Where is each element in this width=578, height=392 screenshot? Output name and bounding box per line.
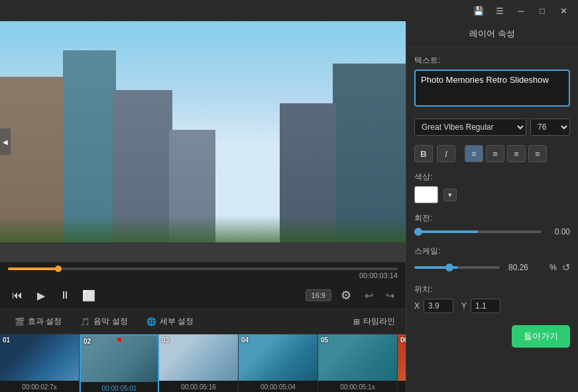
- align-buttons: ≡ ≡ ≡ ≡: [465, 145, 547, 162]
- text-section: 텍스트:: [414, 55, 570, 109]
- detail-icon: 🌐: [146, 317, 156, 326]
- pause-button[interactable]: ⏸: [56, 286, 74, 305]
- play-button[interactable]: ▶: [32, 286, 50, 305]
- maximize-button[interactable]: □: [533, 3, 551, 18]
- align-center-button[interactable]: ≡: [486, 145, 504, 162]
- scale-unit: %: [534, 263, 557, 272]
- italic-button[interactable]: I: [437, 145, 455, 162]
- font-select[interactable]: Great Vibes Regular: [414, 119, 526, 136]
- rotation-slider[interactable]: [414, 230, 542, 233]
- music-button[interactable]: 🎵 음악 설정: [71, 309, 137, 334]
- format-row: B I ≡ ≡ ≡ ≡: [414, 145, 570, 162]
- timeline-item-6[interactable]: 0600:00:04:24: [398, 334, 406, 392]
- timeline-icon: ⊞: [353, 317, 360, 326]
- menu-button[interactable]: ☰: [491, 3, 509, 18]
- rotation-label: 회전:: [414, 213, 570, 224]
- text-input[interactable]: [414, 70, 570, 107]
- toolbar: 🎬 효과 설정 🎵 음악 설정 🌐 세부 설정 ⊞ 타임라인: [0, 309, 406, 334]
- save-button[interactable]: 💾: [469, 3, 488, 18]
- music-icon: 🎵: [80, 317, 90, 326]
- align-justify-button[interactable]: ≡: [528, 145, 547, 162]
- red-indicator: [117, 338, 121, 342]
- effects-button[interactable]: 🎬 효과 설정: [5, 309, 71, 334]
- aspect-ratio: 16:9: [306, 289, 331, 301]
- pos-y-field: Y: [461, 299, 500, 313]
- effects-icon: 🎬: [15, 317, 25, 326]
- font-row: Great Vibes Regular 76: [414, 119, 570, 136]
- font-section: Great Vibes Regular 76: [414, 119, 570, 136]
- progress-thumb[interactable]: [55, 266, 62, 272]
- pos-x-input[interactable]: [424, 299, 453, 313]
- video-preview: ◀: [0, 21, 406, 262]
- timeline-time-6: 00:00:04:24: [398, 381, 406, 392]
- rotation-row: 0.00: [414, 227, 570, 236]
- timeline-item-2[interactable]: 0200:00:05:01: [80, 334, 159, 392]
- timeline-num-4: 04: [241, 336, 249, 344]
- right-panel: 레이어 속성 텍스트: Great Vibes Regular 76: [406, 21, 578, 392]
- timeline-time-2: 00:00:05:01: [81, 382, 158, 392]
- scale-value: 80.26: [505, 263, 528, 272]
- progress-bar[interactable]: [8, 268, 398, 270]
- timeline-num-1: 01: [3, 336, 10, 344]
- timeline-time-4: 00:00:05:04: [239, 381, 318, 392]
- scale-section: 스케일: 80.26 % ↺: [414, 246, 570, 275]
- timeline-time-1: 00:00:02:7x: [0, 381, 79, 392]
- time-display: 00:00:03:14: [8, 271, 398, 279]
- color-dropdown-button[interactable]: ▾: [443, 189, 457, 201]
- scale-label: 스케일:: [414, 246, 570, 257]
- align-right-button[interactable]: ≡: [507, 145, 526, 162]
- settings-button[interactable]: ⚙: [337, 286, 355, 305]
- timeline-num-2: 02: [84, 338, 91, 345]
- timeline-item-3[interactable]: 0300:00:05:16: [159, 334, 239, 392]
- close-button[interactable]: ✕: [554, 3, 573, 18]
- title-bar: 💾 ☰ ─ □ ✕: [0, 0, 578, 21]
- position-row: X Y: [414, 299, 570, 313]
- controls-bar: ⏮ ▶ ⏸ ⬜ 16:9 ⚙ ↩ ↪: [0, 282, 406, 309]
- rotation-value: 0.00: [547, 227, 570, 236]
- scale-slider[interactable]: [414, 266, 500, 269]
- position-section: 위치: X Y: [414, 284, 570, 313]
- align-left-button[interactable]: ≡: [465, 145, 483, 162]
- timeline-button[interactable]: ⊞ 타임라인: [348, 316, 400, 327]
- color-section: 색상: ▾: [414, 172, 570, 203]
- timeline-time-5: 00:00:05:1x: [318, 381, 397, 392]
- scale-row: 80.26 % ↺: [414, 260, 570, 275]
- pos-y-input[interactable]: [471, 299, 500, 313]
- back-button[interactable]: 돌아가기: [512, 325, 570, 348]
- timeline-num-3: 03: [162, 336, 169, 344]
- undo-button[interactable]: ↩: [361, 287, 376, 303]
- pos-y-label: Y: [461, 301, 467, 311]
- timeline-strip: 0100:00:02:7x0200:00:05:010300:00:05:160…: [0, 334, 406, 392]
- rotation-section: 회전: 0.00: [414, 213, 570, 236]
- color-label: 색상:: [414, 172, 570, 183]
- position-label: 위치:: [414, 284, 570, 295]
- color-swatch[interactable]: [414, 186, 438, 203]
- rewind-button[interactable]: ⏮: [8, 286, 27, 305]
- redo-button[interactable]: ↪: [382, 287, 398, 303]
- panel-title: 레이어 속성: [406, 21, 578, 47]
- color-row: ▾: [414, 186, 570, 203]
- stop-button[interactable]: ⬜: [80, 286, 98, 305]
- font-size-select[interactable]: 76: [530, 119, 570, 136]
- timeline-num-5: 05: [321, 336, 328, 344]
- timeline-num-6: 06: [400, 336, 406, 344]
- minimize-button[interactable]: ─: [512, 3, 530, 18]
- scale-reset-button[interactable]: ↺: [562, 260, 571, 275]
- city-scene: [0, 21, 406, 262]
- progress-fill: [8, 268, 58, 270]
- progress-area: 00:00:03:14: [0, 262, 406, 282]
- pos-x-field: X: [414, 299, 453, 313]
- left-panel: ◀ 00:00:03:14 ⏮ ▶ ⏸ ⬜ 16:9 ⚙ ↩ ↪ 🎬: [0, 21, 406, 392]
- timeline-item-4[interactable]: 0400:00:05:04: [239, 334, 318, 392]
- pos-x-label: X: [414, 301, 420, 311]
- main-content: ◀ 00:00:03:14 ⏮ ▶ ⏸ ⬜ 16:9 ⚙ ↩ ↪ 🎬: [0, 21, 578, 392]
- bold-button[interactable]: B: [414, 145, 433, 162]
- panel-body: 텍스트: Great Vibes Regular 76 B I: [406, 47, 578, 356]
- timeline-item-1[interactable]: 0100:00:02:7x: [0, 334, 80, 392]
- timeline-item-5[interactable]: 0500:00:05:1x: [318, 334, 398, 392]
- detail-button[interactable]: 🌐 세부 설정: [137, 309, 203, 334]
- road: [0, 242, 406, 262]
- left-panel-toggle[interactable]: ◀: [0, 128, 11, 155]
- timeline-time-3: 00:00:05:16: [159, 381, 238, 392]
- text-label: 텍스트:: [414, 55, 570, 66]
